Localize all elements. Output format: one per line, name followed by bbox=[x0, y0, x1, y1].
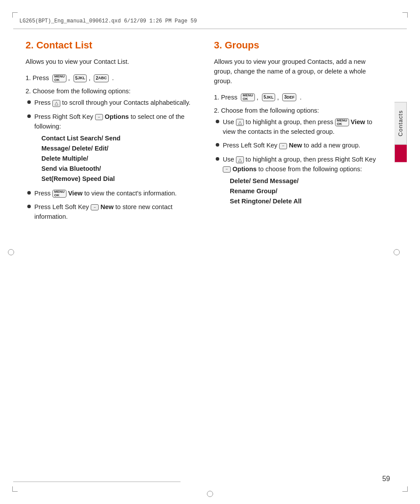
bullet-dot-g2 bbox=[216, 143, 219, 147]
corner-br bbox=[402, 486, 408, 492]
menu-ok-button-icon: MENUOK bbox=[52, 74, 66, 82]
side-tab-color-block bbox=[394, 145, 407, 162]
bullet-1-content: Press △ to scroll through your Contacts … bbox=[34, 98, 196, 108]
menu-ok-button-icon-3: MENUOK bbox=[241, 93, 255, 101]
bullet-3-content: Press MENUOK View to view the contact's … bbox=[34, 189, 196, 199]
section3-bullet-list: Use △ to highlight a group, then press M… bbox=[214, 118, 385, 206]
lsk-icon-1: − bbox=[91, 204, 99, 210]
bullet-highlight-view: Use △ to highlight a group, then press M… bbox=[216, 118, 385, 137]
divider-bottom-left bbox=[13, 482, 181, 482]
section2-column: 2. Contact List Allows you to view your … bbox=[26, 35, 196, 469]
five-jkl-icon-3: 5JKL bbox=[262, 93, 276, 101]
groups-options-block: Delete/ Send Message/Rename Group/Set Ri… bbox=[230, 176, 385, 207]
bullet-lsk-new: Press Left Soft Key − New to store new c… bbox=[27, 202, 196, 222]
side-tab-label: Contacts bbox=[394, 102, 407, 144]
corner-bl bbox=[12, 486, 18, 492]
section3-step2-label: 2. Choose from the following options: bbox=[214, 107, 385, 114]
two-abc-icon: 2ABC bbox=[94, 74, 108, 82]
section3-column: 3. Groups Allows you to view your groupe… bbox=[214, 35, 385, 469]
section2-step2-label: 2. Choose from the following options: bbox=[26, 88, 196, 95]
bullet-dot-g3 bbox=[216, 157, 219, 161]
lsk-icon-g: − bbox=[279, 143, 287, 149]
step1-prefix: 1. Press bbox=[26, 73, 51, 83]
contacts-tab: Contacts bbox=[394, 102, 407, 162]
circle-bottom-mark bbox=[207, 491, 213, 497]
bullet-g3-content: Use △ to highlight a group, then press R… bbox=[223, 155, 385, 206]
nav-icon-1: △ bbox=[52, 100, 60, 107]
bullet-dot-2 bbox=[27, 114, 31, 118]
menu-ok-icon-g1: MENUOK bbox=[335, 118, 349, 126]
nav-icon-g3: △ bbox=[236, 156, 244, 163]
section3-step1: 1. Press MENUOK , 5JKL , 3DEF . bbox=[214, 92, 385, 103]
rsk-icon-1: − bbox=[95, 114, 103, 120]
bullet-highlight-options: Use △ to highlight a group, then press R… bbox=[216, 155, 385, 206]
bullet-lsk-new-g: Press Left Soft Key − New to add a new g… bbox=[216, 141, 385, 151]
step1-prefix-3: 1. Press bbox=[214, 92, 239, 103]
section2-intro: Allows you to view your Contact List. bbox=[26, 57, 196, 67]
section3-title: 3. Groups bbox=[214, 40, 385, 51]
three-def-icon: 3DEF bbox=[282, 93, 296, 101]
bullet-dot-g1 bbox=[216, 120, 219, 123]
section2-step1: 1. Press MENUOK , 5JKL , 2ABC . bbox=[26, 73, 196, 83]
bullet-2-content: Press Right Soft Key − Options to select… bbox=[34, 112, 196, 184]
page-header: LG265(BPT)_Eng_manual_090612.qxd 6/12/09… bbox=[13, 13, 407, 29]
bullet-g2-content: Press Left Soft Key − New to add a new g… bbox=[223, 141, 385, 151]
bullet-g1-content: Use △ to highlight a group, then press M… bbox=[223, 118, 385, 137]
bullet-view: Press MENUOK View to view the contact's … bbox=[27, 189, 196, 199]
page-number: 59 bbox=[382, 475, 390, 483]
bullet-dot-4 bbox=[27, 205, 31, 208]
nav-icon-g1: △ bbox=[236, 119, 244, 126]
content-area: 2. Contact List Allows you to view your … bbox=[26, 35, 385, 469]
rsk-icon-g: − bbox=[223, 166, 231, 173]
bullet-rsk-options: Press Right Soft Key − Options to select… bbox=[27, 112, 196, 184]
section2-bullet-list: Press △ to scroll through your Contacts … bbox=[26, 98, 196, 221]
bullet-dot-3 bbox=[27, 191, 31, 195]
bullet-scroll: Press △ to scroll through your Contacts … bbox=[27, 98, 196, 108]
five-jkl-icon: 5JKL bbox=[74, 74, 87, 82]
circle-right-mark bbox=[394, 249, 400, 255]
section2-title: 2. Contact List bbox=[26, 40, 196, 51]
circle-left-mark bbox=[8, 249, 14, 255]
bullet-dot-1 bbox=[27, 100, 31, 104]
section3-intro: Allows you to view your grouped Contacts… bbox=[214, 57, 385, 86]
bullet-4-content: Press Left Soft Key − New to store new c… bbox=[34, 202, 196, 222]
menu-ok-icon-2: MENUOK bbox=[52, 190, 66, 198]
options-block-list: Contact List Search/ SendMessage/ Delete… bbox=[41, 133, 196, 184]
header-text: LG265(BPT)_Eng_manual_090612.qxd 6/12/09… bbox=[19, 18, 197, 24]
